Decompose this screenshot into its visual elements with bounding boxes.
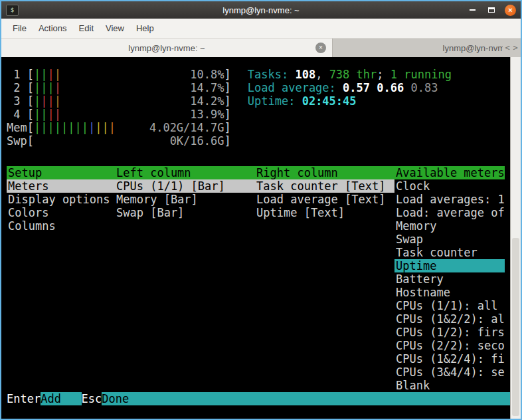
- meter-pipe: |: [102, 121, 108, 134]
- window-title: lynmp@lyn-nvme: ~: [1, 5, 521, 15]
- maximize-button[interactable]: [485, 4, 497, 16]
- meter-bar: ||||10.8%: [34, 68, 224, 81]
- menu-item-view[interactable]: View: [100, 23, 130, 33]
- menu-item-file[interactable]: File: [7, 23, 33, 33]
- meter-row: Swp[0K/16.6G]: [7, 134, 231, 148]
- meter-bar-fill: ||||: [34, 68, 190, 81]
- tab-active[interactable]: lynmp@lyn-nvme: ~ ×: [1, 39, 333, 57]
- meter-bracket-open: [: [27, 121, 34, 134]
- panel-item-swap-bar[interactable]: Swap [Bar]: [115, 206, 255, 219]
- meter-bracket-close: ]: [224, 94, 231, 108]
- panel-item-load-average-of[interactable]: Load: average of: [394, 206, 505, 219]
- titlebar[interactable]: $ lynmp@lyn-nvme: ~ ×: [1, 1, 521, 19]
- meter-value: 14.7%: [190, 81, 224, 94]
- panel-item-cpus-1-2-2-al[interactable]: CPUs (1&2/2): al: [394, 312, 505, 326]
- meter-pipe: |: [47, 81, 54, 94]
- meter-pipe: |: [68, 121, 74, 134]
- stat-segment: 738 thr: [329, 68, 377, 81]
- terminal-content[interactable]: 1 [||||10.8%] 2 [||||14.7%] 3 [||||14.2%…: [1, 57, 510, 419]
- fn-action-done[interactable]: Done: [102, 392, 510, 405]
- stat-line: Tasks: 108, 738 thr; 1 running: [248, 68, 452, 81]
- tab-bar: lynmp@lyn-nvme: ~ × lynmp@lyn-nvm < >: [1, 39, 521, 58]
- tab-scroll-left-icon[interactable]: <: [504, 43, 511, 52]
- meter-pipe: |: [74, 121, 81, 134]
- meter-pipe: |: [61, 121, 68, 134]
- scrollbar-thumb[interactable]: [512, 238, 519, 416]
- panel-header-setup: Setup: [7, 166, 115, 179]
- meter-bracket-close: ]: [224, 121, 231, 134]
- meter-value: 14.2%: [190, 94, 224, 108]
- panel-item-cpus-1-1-all[interactable]: CPUs (1/1): all: [394, 299, 505, 312]
- panel-item-clock[interactable]: Clock: [394, 179, 505, 193]
- tab-scroll-arrows: < >: [503, 39, 520, 57]
- meter-bar-fill: [34, 134, 170, 148]
- meter-bar: ||||14.7%: [34, 81, 224, 94]
- panel-item-swap[interactable]: Swap: [394, 233, 505, 246]
- panel-item-load-averages-1[interactable]: Load averages: 1: [394, 193, 505, 206]
- panel-item-battery[interactable]: Battery: [394, 272, 505, 286]
- tab-close-icon[interactable]: ×: [315, 43, 326, 53]
- panel-item-cpus-1-2-firs[interactable]: CPUs (1/2): firs: [394, 326, 505, 339]
- panel-item-memory[interactable]: Memory: [394, 219, 505, 233]
- meter-row: 3 [||||14.2%]: [7, 94, 231, 108]
- setup-panels: SetupMetersDisplay optionsColorsColumnsL…: [7, 166, 510, 392]
- meter-pipe: |: [47, 108, 54, 121]
- window-controls: ×: [466, 4, 516, 16]
- fn-key-enter[interactable]: Enter: [7, 392, 41, 405]
- stat-segment: 0.66: [377, 81, 410, 94]
- meter-pipe: |: [54, 108, 61, 121]
- panel-item-load-average-text[interactable]: Load average [Text]: [255, 193, 394, 206]
- panel-item-meters[interactable]: Meters: [7, 179, 115, 193]
- meters-area: 1 [||||10.8%] 2 [||||14.7%] 3 [||||14.2%…: [7, 68, 510, 148]
- panel-item-memory-bar[interactable]: Memory [Bar]: [115, 193, 255, 206]
- tab-inactive-title: lynmp@lyn-nvm: [443, 43, 505, 53]
- meter-value: 0K/16.6G: [170, 134, 224, 148]
- fn-action-add[interactable]: Add: [41, 392, 81, 405]
- meter-label: 1: [7, 68, 27, 81]
- meter-pipe: |: [109, 121, 116, 134]
- meter-pipe: |: [34, 121, 41, 134]
- panel-item-cpus-1-1-bar[interactable]: CPUs (1/1) [Bar]: [115, 179, 255, 193]
- meter-pipe: |: [41, 68, 47, 81]
- panel-item-colors[interactable]: Colors: [7, 206, 115, 219]
- menu-item-actions[interactable]: Actions: [33, 23, 73, 33]
- panel-header-right-column: Right column: [255, 166, 394, 179]
- meter-pipe: |: [82, 121, 88, 134]
- stat-segment: Tasks:: [248, 68, 296, 81]
- panel-item-cpus-2-2-seco[interactable]: CPUs (2/2): seco: [394, 339, 505, 352]
- meter-pipe: |: [34, 68, 41, 81]
- panel-item-columns[interactable]: Columns: [7, 219, 115, 233]
- panel-item-uptime[interactable]: Uptime: [394, 259, 505, 272]
- menu-item-help[interactable]: Help: [130, 23, 160, 33]
- panel-item-cpus-3-4-4-se[interactable]: CPUs (3&4/4): se: [394, 366, 505, 379]
- stat-segment: ,: [315, 68, 329, 81]
- stat-segment: 0.57: [343, 81, 377, 94]
- panel-item-uptime-text[interactable]: Uptime [Text]: [255, 206, 394, 219]
- panel-item-display-options[interactable]: Display options: [7, 193, 115, 206]
- stat-segment: Load average:: [248, 81, 343, 94]
- terminal-scrollbar[interactable]: [510, 57, 521, 419]
- meter-bar: ||||13.9%: [34, 108, 224, 121]
- panel-item-blank[interactable]: Blank: [394, 379, 505, 392]
- tab-scroll-right-icon[interactable]: >: [512, 43, 519, 52]
- function-bar: EnterAddEscDone: [7, 392, 510, 405]
- meter-pipe: |: [41, 94, 47, 108]
- menu-item-edit[interactable]: Edit: [73, 23, 100, 33]
- meter-pipe: |: [54, 81, 61, 94]
- panel-setup: SetupMetersDisplay optionsColorsColumns: [7, 166, 115, 392]
- panel-item-hostname[interactable]: Hostname: [394, 286, 505, 299]
- panel-available-meters: Available metersClockLoad averages: 1Loa…: [394, 166, 505, 392]
- terminal-app-icon: $: [6, 5, 19, 16]
- tab-inactive[interactable]: lynmp@lyn-nvm: [333, 39, 521, 57]
- meter-bracket-close: ]: [224, 134, 231, 148]
- maximize-icon: [488, 7, 495, 13]
- minimize-button[interactable]: [466, 4, 478, 16]
- panel-item-task-counter[interactable]: Task counter: [394, 246, 505, 259]
- fn-key-esc[interactable]: Esc: [82, 392, 102, 405]
- meter-bar: 0K/16.6G: [34, 134, 224, 148]
- close-button[interactable]: ×: [505, 5, 516, 16]
- meter-bracket-open: [: [27, 81, 34, 94]
- panel-item-task-counter-text[interactable]: Task counter [Text]: [255, 179, 394, 193]
- meter-bracket-close: ]: [224, 81, 231, 94]
- panel-item-cpus-1-2-4-fi[interactable]: CPUs (1&2/4): fi: [394, 352, 505, 366]
